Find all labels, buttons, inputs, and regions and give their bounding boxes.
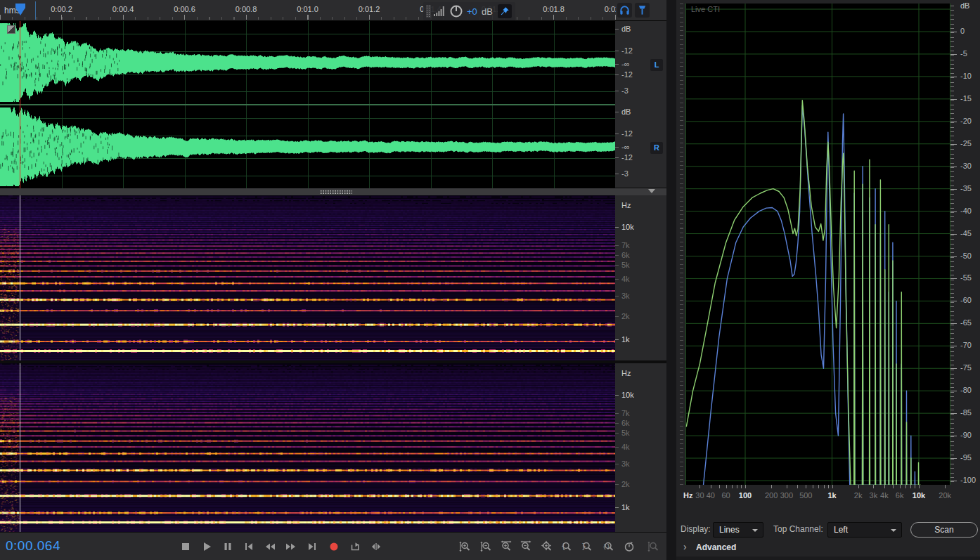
advanced-section[interactable]: › Advanced [676,540,980,556]
gain-knob-icon[interactable] [449,4,463,21]
loop-playback-button[interactable] [346,538,364,556]
zoom-in-time-button[interactable] [497,538,515,556]
panel-gutter [666,0,676,560]
ruler-tick [615,147,619,148]
frequency-analysis-plot[interactable]: Live CTI [685,4,950,485]
db-axis-label: -85 [960,408,972,417]
db-major-tick [950,368,957,369]
db-major-tick [950,481,957,481]
amplitude-ruler-label: -3 [621,86,628,95]
zoom-selection-button[interactable]: {} [600,538,618,556]
hz-minor-tick [699,485,700,488]
db-major-tick [950,391,957,391]
frequency-controls: Display: Lines Top Channel: Left Scan [676,520,980,540]
display-select[interactable]: Lines [713,522,763,538]
zoom-reset-button[interactable] [538,538,556,556]
db-major-tick [950,278,957,279]
skip-to-end-button[interactable] [303,538,321,556]
amplitude-ruler-label: -12 [621,129,633,138]
ruler-tick [615,265,619,266]
play-button[interactable] [198,538,216,556]
hz-axis-ruler[interactable]: Hz 3040601002003005001k2k3k4k6k10k20k [676,485,950,503]
spectrogram-right-channel[interactable] [0,363,615,532]
chevron-right-icon: › [683,541,687,552]
hud-drag-handle-icon[interactable] [426,5,431,18]
channel-mode-icon[interactable] [7,25,15,34]
waveform-left-channel[interactable] [0,21,615,104]
frequency-ruler-label: 7k [621,241,630,249]
db-major-tick [950,189,957,190]
fast-forward-button[interactable] [282,538,300,556]
spectrogram-canvas-left[interactable] [0,195,615,360]
ruler-tick [615,447,619,448]
skip-selection-button[interactable] [367,538,385,556]
stop-button[interactable] [176,538,195,556]
frequency-ruler-bottom[interactable]: Hz10k7k6k5k4k3k2k1k [615,363,666,532]
zoom-in-outpoint-icon: } [581,540,593,553]
frequency-ruler-top[interactable]: Hz10k7k6k5k4k3k2k1k [615,195,666,360]
loop-playback-icon [349,540,361,553]
ruler-tick [615,174,619,174]
headphones-icon [619,4,631,16]
splitter-grip-icon[interactable] [320,190,352,194]
hz-minor-tick [828,485,829,488]
db-major-tick [950,167,957,167]
db-axis-label: -30 [960,162,972,170]
zoom-in-amplitude-button[interactable] [456,538,475,556]
top-channel-select[interactable]: Left [827,522,902,538]
hz-minor-tick [915,485,915,488]
db-axis-ruler[interactable]: dB 0-5-10-15-20-25-30-35-40-45-50-55-60-… [950,0,980,502]
gain-hud[interactable]: +0 dB [423,2,515,20]
plot-left-ticks [680,4,683,485]
frequency-ruler-label: 6k [621,251,630,259]
pause-button[interactable] [219,538,237,556]
levels-icon [434,6,446,20]
zoom-out-amplitude-button[interactable] [477,538,496,556]
spectrogram-canvas-right[interactable] [0,363,615,532]
db-axis-label: -5 [960,49,967,58]
hz-minor-tick [910,485,911,488]
display-label: Display: [681,524,711,534]
amplitude-ruler[interactable]: L R dB-12-∞-12-3dB-12-∞-12-3 [615,21,666,188]
amplitude-ruler-label: dB [621,108,631,116]
hz-minor-tick [832,485,833,488]
zoom-out-time-button[interactable] [517,538,535,556]
rewind-button[interactable] [261,538,279,556]
amplitude-ruler-label: -∞ [621,143,630,151]
skip-to-start-button[interactable] [240,538,258,556]
gain-value[interactable]: +0 [467,6,477,17]
hz-axis-label: 10k [905,491,933,500]
right-channel-badge[interactable]: R [650,142,663,154]
left-channel-badge[interactable]: L [650,59,663,71]
panel-splitter[interactable] [0,188,666,195]
zoom-in-inpoint-button[interactable]: { [557,538,576,556]
timeline-ruler[interactable]: hms 0:00.20:00.40:00.60:00.80:01.00:01.2… [0,0,666,21]
frequency-ruler-label: 10k [621,223,634,231]
ruler-tick [615,74,619,75]
spectrogram-left-channel[interactable] [0,195,615,360]
panel-footer [676,556,980,560]
zoom-out-amplitude-icon [480,540,493,553]
record-button[interactable] [325,538,343,556]
hz-axis-label: 20k [931,491,959,500]
hz-minor-tick [813,485,813,488]
splitter-collapse-icon[interactable] [648,189,655,193]
db-major-tick [950,436,957,436]
hz-minor-tick [787,485,787,488]
monitor-headphones-button[interactable] [617,3,632,18]
hz-minor-tick [726,485,727,488]
zoom-in-outpoint-button[interactable]: } [578,538,596,556]
history-button[interactable] [620,538,638,556]
svg-text:{}: {} [602,543,610,550]
waveform-right-channel[interactable] [0,105,615,188]
waveform-display[interactable] [0,21,615,188]
pin-hud-button[interactable] [498,4,512,18]
scan-button[interactable]: Scan [910,522,978,538]
db-major-tick [950,301,957,301]
hz-minor-tick [905,485,906,488]
playhead-handle[interactable] [15,8,25,15]
top-channel-select-value: Left [834,525,848,535]
pin-playhead-button[interactable] [635,3,650,18]
ruler-tick [615,316,619,317]
rewind-icon [264,540,276,553]
